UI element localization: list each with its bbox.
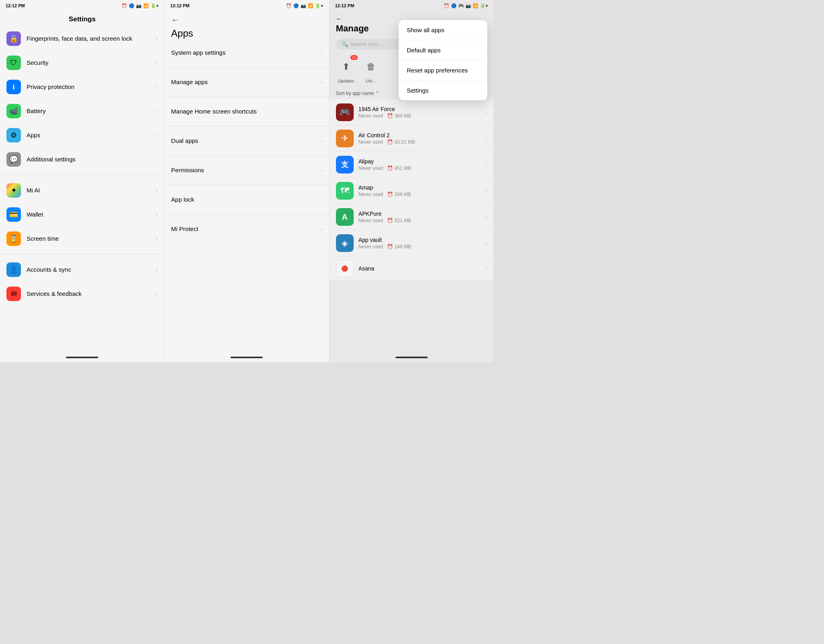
- status-bar-1: 12:12 PM ⏰ 🔵 📷 📶 🔋+: [0, 0, 164, 11]
- air-control-meta: Never used ⏰ 43.01 MB: [358, 139, 486, 145]
- back-button-2[interactable]: ←: [171, 15, 179, 25]
- chevron-home: ›: [321, 108, 323, 115]
- status-icons-1: ⏰ 🔵 📷 📶 🔋+: [122, 3, 159, 8]
- settings-item-miai[interactable]: ✦ Mi AI ›: [0, 178, 164, 202]
- wifi-icon-3: 📶: [473, 3, 478, 8]
- chevron-wallet: ›: [156, 211, 158, 218]
- home-indicator-1: [66, 357, 98, 358]
- settings-list: 🔒 Fingerprints, face data, and screen lo…: [0, 27, 164, 354]
- settings-item-privacy[interactable]: ℹ Privacy protection ›: [0, 75, 164, 99]
- chevron-additional: ›: [156, 156, 158, 163]
- settings-item-wallet[interactable]: 💳 Wallet ›: [0, 202, 164, 227]
- security-icon: 🛡: [6, 56, 21, 70]
- alarm-icon-3: ⏰: [444, 3, 449, 8]
- asana-name: Asana: [358, 265, 486, 272]
- alipay-meta: Never used ⏰ 451 MB: [358, 165, 486, 171]
- apps-item-permissions[interactable]: Permissions ›: [165, 159, 329, 182]
- settings-item-fingerprints[interactable]: 🔒 Fingerprints, face data, and screen lo…: [0, 27, 164, 51]
- quick-action-uninstall[interactable]: 🗑 Uni...: [361, 57, 381, 83]
- apps-item-manage[interactable]: Manage apps ›: [165, 71, 329, 93]
- amap-info: Amap Never used ⏰ 248 MB: [358, 184, 486, 197]
- chevron-amap: ›: [485, 188, 487, 194]
- bottom-bar-3: [330, 354, 494, 362]
- services-icon: ✉: [6, 287, 21, 301]
- alarm-icon-2: ⏰: [286, 3, 292, 8]
- apps-item-home[interactable]: Manage Home screen shortcuts ›: [165, 100, 329, 123]
- apps-item-dual[interactable]: Dual apps ›: [165, 130, 329, 152]
- updates-icon: ⬆ 31: [336, 57, 356, 77]
- dot-icon-3: 🔵: [451, 3, 457, 8]
- apps-item-lock[interactable]: App lock ›: [165, 188, 329, 211]
- battery-icon: 📹: [6, 104, 21, 118]
- camera-icon-2: 📷: [301, 3, 306, 8]
- privacy-icon: ℹ: [6, 80, 21, 94]
- app-item-asana[interactable]: 🔴 Asana ›: [330, 256, 494, 281]
- manage-panel: 12:12 PM ⏰ 🔵 🎮 📷 📶 🔋+ ← Manage 🔍 Search …: [330, 0, 494, 362]
- miai-icon: ✦: [6, 183, 21, 198]
- chevron-security: ›: [156, 60, 158, 66]
- sort-icon: ⌃: [375, 91, 379, 96]
- chevron-accounts: ›: [156, 266, 158, 273]
- chevron-manage: ›: [321, 79, 323, 85]
- amap-meta: Never used ⏰ 248 MB: [358, 192, 486, 197]
- quick-action-updates[interactable]: ⬆ 31 Updates: [336, 57, 356, 83]
- fingerprints-icon: 🔒: [6, 31, 21, 46]
- battery-icon-3: 🔋+: [480, 3, 488, 8]
- context-menu: Show all apps Default apps Reset app pre…: [399, 20, 487, 100]
- settings-item-battery[interactable]: 📹 Battery ›: [0, 99, 164, 123]
- alipay-icon: 支: [336, 156, 354, 173]
- chevron-apkpure: ›: [485, 214, 487, 220]
- apps-item-miprotect[interactable]: Mi Protect ›: [165, 218, 329, 240]
- back-button-3[interactable]: ←: [336, 15, 342, 22]
- chevron-miprotect: ›: [321, 226, 323, 232]
- wallet-icon: 💳: [6, 207, 21, 222]
- wallet-label: Wallet: [27, 211, 153, 219]
- divider-1: [0, 175, 164, 175]
- home-indicator-2: [231, 357, 263, 358]
- sort-label: Sort by app name: [336, 91, 374, 96]
- air-force-meta: Never used ⏰ 366 MB: [358, 113, 486, 119]
- app-item-alipay[interactable]: 支 Alipay Never used ⏰ 451 MB ›: [330, 152, 494, 178]
- time-1: 12:12 PM: [6, 3, 25, 8]
- security-label: Security: [27, 59, 153, 67]
- appvault-icon: ◈: [336, 234, 354, 252]
- menu-item-show-all[interactable]: Show all apps: [399, 20, 487, 40]
- search-icon: 🔍: [342, 41, 348, 47]
- app-item-apkpure[interactable]: A APKPure Never used ⏰ 521 MB ›: [330, 204, 494, 230]
- app-item-appvault[interactable]: ◈ App vault Never used ⏰ 148 MB ›: [330, 230, 494, 256]
- apps-header: ← Apps: [165, 11, 329, 41]
- updates-label: Updates: [338, 78, 354, 83]
- fingerprints-label: Fingerprints, face data, and screen lock: [27, 35, 153, 43]
- status-bar-3: 12:12 PM ⏰ 🔵 🎮 📷 📶 🔋+: [330, 0, 494, 11]
- battery-label: Battery: [27, 107, 153, 115]
- menu-item-settings[interactable]: Settings: [399, 80, 487, 100]
- apkpure-icon: A: [336, 208, 354, 226]
- settings-item-security[interactable]: 🛡 Security ›: [0, 51, 164, 75]
- apps-title: Apps: [171, 28, 322, 39]
- wifi-icon: 📶: [143, 3, 149, 8]
- menu-item-default-apps[interactable]: Default apps: [399, 40, 487, 60]
- settings-item-additional[interactable]: 💬 Additional settings ›: [0, 147, 164, 171]
- bottom-bar-2: [165, 354, 329, 362]
- appvault-info: App vault Never used ⏰ 148 MB: [358, 237, 486, 250]
- apps-item-system[interactable]: System app settings ›: [165, 41, 329, 64]
- app-item-air-control[interactable]: ✈ Air Control 2 Never used ⏰ 43.01 MB ›: [330, 126, 494, 152]
- settings-item-services[interactable]: ✉ Services & feedback ›: [0, 282, 164, 306]
- apps-label: Apps: [27, 131, 153, 139]
- chevron-air-force: ›: [485, 109, 487, 116]
- app-item-amap[interactable]: 🗺 Amap Never used ⏰ 248 MB ›: [330, 178, 494, 204]
- app-item-air-force[interactable]: 🎮 1945 Air Force Never used ⏰ 366 MB ›: [330, 99, 494, 126]
- settings-item-accounts[interactable]: 👤 Accounts & sync ›: [0, 258, 164, 282]
- appvault-name: App vault: [358, 237, 486, 243]
- apps-panel: 12:12 PM ⏰ 🔵 📷 📶 🔋+ ← Apps System app se…: [165, 0, 329, 362]
- home-indicator-3: [396, 357, 428, 358]
- system-app-label: System app settings: [171, 49, 317, 57]
- manage-home-label: Manage Home screen shortcuts: [171, 107, 317, 116]
- settings-item-screentime[interactable]: ⌛ Screen time ›: [0, 227, 164, 251]
- settings-panel: 12:12 PM ⏰ 🔵 📷 📶 🔋+ Settings 🔒 Fingerpri…: [0, 0, 165, 362]
- chevron-screentime: ›: [156, 235, 158, 242]
- divider-apps-4: [165, 155, 329, 156]
- alipay-info: Alipay Never used ⏰ 451 MB: [358, 158, 486, 171]
- menu-item-reset-prefs[interactable]: Reset app preferences: [399, 60, 487, 80]
- settings-item-apps[interactable]: ⚙ Apps ›: [0, 123, 164, 147]
